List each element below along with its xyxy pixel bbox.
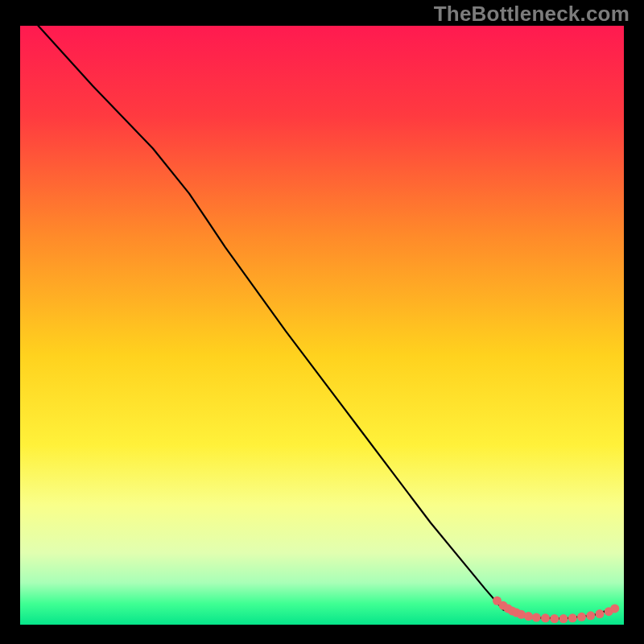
data-marker bbox=[532, 613, 541, 622]
data-marker bbox=[586, 611, 595, 620]
data-marker bbox=[559, 614, 568, 623]
data-marker bbox=[541, 613, 550, 622]
bottleneck-chart bbox=[0, 0, 644, 644]
data-marker bbox=[524, 612, 533, 621]
chart-stage: TheBottleneck.com bbox=[0, 0, 644, 644]
data-marker bbox=[568, 613, 577, 622]
data-marker bbox=[577, 613, 586, 621]
plot-background bbox=[20, 26, 624, 625]
data-marker bbox=[596, 609, 605, 618]
data-marker bbox=[550, 614, 559, 623]
data-marker bbox=[610, 604, 619, 613]
